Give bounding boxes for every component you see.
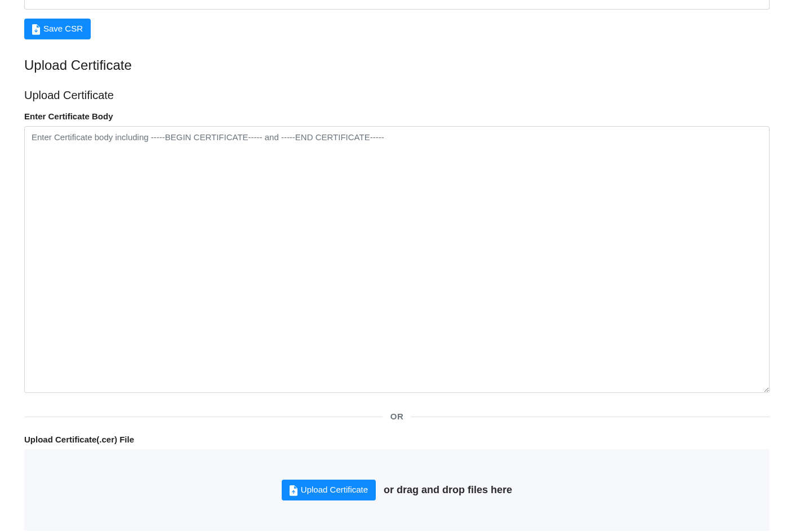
save-csr-button[interactable]: Save CSR bbox=[24, 19, 91, 39]
upload-certificate-heading: Upload Certificate bbox=[24, 55, 770, 75]
divider-line-right bbox=[411, 417, 770, 417]
previous-input-fragment[interactable] bbox=[24, 0, 770, 10]
upload-file-label: Upload Certificate(.cer) File bbox=[24, 433, 770, 446]
file-save-icon bbox=[32, 24, 40, 33]
upload-certificate-subheading: Upload Certificate bbox=[24, 87, 770, 104]
file-upload-icon bbox=[290, 485, 297, 494]
or-divider: OR bbox=[24, 410, 770, 423]
save-csr-label: Save CSR bbox=[43, 23, 83, 35]
upload-certificate-button[interactable]: Upload Certificate bbox=[282, 480, 376, 500]
divider-word: OR bbox=[383, 410, 412, 423]
divider-line-left bbox=[24, 417, 383, 417]
certificate-body-label: Enter Certificate Body bbox=[24, 110, 770, 123]
certificate-body-textarea[interactable] bbox=[24, 126, 770, 393]
drag-drop-hint: or drag and drop files here bbox=[384, 482, 512, 498]
certificate-dropzone[interactable]: Upload Certificate or drag and drop file… bbox=[24, 449, 770, 531]
upload-certificate-label: Upload Certificate bbox=[301, 484, 368, 497]
